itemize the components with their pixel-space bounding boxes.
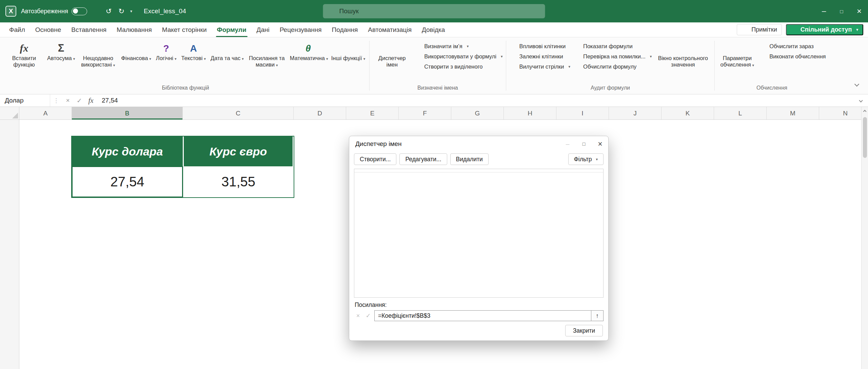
column-header-G[interactable]: G <box>451 107 504 119</box>
tab-formulas[interactable]: Формули <box>212 22 252 37</box>
watch-window-button[interactable]: Вікно контрольного значення <box>653 39 713 70</box>
column-header-J[interactable]: J <box>609 107 662 119</box>
calculate-sheet-icon <box>759 53 766 60</box>
scroll-up-icon[interactable] <box>863 110 867 113</box>
tab-home[interactable]: Основне <box>30 22 66 37</box>
cell-c2[interactable]: Курс євро <box>183 136 293 166</box>
tab-help[interactable]: Довідка <box>417 22 450 37</box>
column-header-B[interactable]: B <box>72 107 183 119</box>
share-button[interactable]: Спільний доступ ▾ <box>786 24 863 35</box>
trace-dependents-button[interactable]: Залежні клітинки <box>509 53 571 60</box>
dropdown-caret-icon: ▾ <box>650 54 652 59</box>
column-header-N[interactable]: N <box>819 107 861 119</box>
cancel-entry-button[interactable]: × <box>62 94 74 107</box>
refers-confirm-icon[interactable]: ✓ <box>364 312 372 319</box>
tab-review[interactable]: Рецензування <box>275 22 327 37</box>
confirm-entry-button[interactable]: ✓ <box>74 94 85 107</box>
formula-bar: Долар ⋮ × ✓ fx 27,54 <box>0 94 868 107</box>
math-trig-button[interactable]: θ Математична▾ <box>288 39 329 64</box>
recently-used-button[interactable]: Нещодавно використані▾ <box>77 39 119 70</box>
close-button[interactable]: × <box>850 0 868 22</box>
refers-to-field[interactable]: =Коефіцієнти!$B$3 ↑ <box>374 310 604 321</box>
tab-view[interactable]: Подання <box>327 22 363 37</box>
tab-page-layout[interactable]: Макет сторінки <box>157 22 212 37</box>
insert-function-fx-button[interactable]: fx <box>85 94 97 107</box>
tab-file[interactable]: Файл <box>4 22 30 37</box>
create-from-selection-button[interactable]: Створити з виділеного <box>414 63 502 70</box>
collapse-ribbon-button[interactable] <box>852 82 861 89</box>
tab-data[interactable]: Дані <box>252 22 275 37</box>
formula-input[interactable]: 27,54 <box>97 94 854 107</box>
define-name-button[interactable]: Визначити ім’я ▾ <box>414 43 502 50</box>
toggle-knob <box>73 8 78 14</box>
dialog-close-icon[interactable]: × <box>592 136 608 152</box>
name-manager-icon <box>386 41 398 53</box>
column-header-H[interactable]: H <box>504 107 556 119</box>
error-checking-button[interactable]: Перевірка на помилки... ▾ <box>573 53 652 60</box>
calculate-now-button[interactable]: Обчислити зараз <box>759 43 826 50</box>
logical-button[interactable]: ? Логічні▾ <box>154 39 179 64</box>
create-name-button[interactable]: Створити... <box>354 153 396 165</box>
create-from-selection-label: Створити з виділеного <box>424 63 482 70</box>
column-header-C[interactable]: C <box>183 107 294 119</box>
maximize-button[interactable]: □ <box>833 0 850 22</box>
excel-app-icon[interactable]: X <box>5 6 16 17</box>
dialog-maximize-button[interactable]: □ <box>576 136 592 152</box>
column-header-K[interactable]: K <box>662 107 714 119</box>
dialog-title-bar[interactable]: Диспетчер імен – □ × <box>349 136 608 152</box>
calculation-options-button[interactable]: Параметри обчислення▾ <box>716 39 758 70</box>
column-header-A[interactable]: A <box>19 107 72 119</box>
comments-button[interactable]: Примітки <box>737 24 782 35</box>
column-header-D[interactable]: D <box>294 107 346 119</box>
financial-button[interactable]: Фінансова▾ <box>119 39 154 64</box>
dialog-title: Диспетчер імен <box>349 140 402 148</box>
cell-b2[interactable]: Курс долара <box>72 136 183 166</box>
column-header-L[interactable]: L <box>714 107 767 119</box>
collapse-dialog-range-button[interactable]: ↑ <box>591 311 603 321</box>
trace-precedents-button[interactable]: Впливові клітинки <box>509 43 571 50</box>
autosum-button[interactable]: Σ Автосума▾ <box>45 39 77 64</box>
column-header-I[interactable]: I <box>556 107 609 119</box>
quick-access-caret-icon[interactable]: ▾ <box>130 9 132 14</box>
column-header-E[interactable]: E <box>346 107 399 119</box>
tab-insert[interactable]: Вставлення <box>66 22 112 37</box>
scrollbar-thumb[interactable] <box>863 117 867 158</box>
name-box-resize-handle[interactable]: ⋮ <box>50 94 62 107</box>
evaluate-formula-button[interactable]: Обчислити формулу <box>573 63 652 70</box>
trace-precedents-label: Впливові клітинки <box>519 43 566 50</box>
close-dialog-button[interactable]: Закрити <box>565 325 603 336</box>
use-in-formula-button[interactable]: Використовувати у формулі ▾ <box>414 53 502 60</box>
tab-automate[interactable]: Автоматизація <box>363 22 417 37</box>
redo-icon[interactable]: ↻ <box>117 7 125 15</box>
column-header-M[interactable]: M <box>767 107 819 119</box>
filter-button[interactable]: Фільтр ▾ <box>568 153 604 165</box>
column-header-F[interactable]: F <box>399 107 451 119</box>
lookup-reference-button[interactable]: Посилання та масиви▾ <box>246 39 288 70</box>
more-functions-button[interactable]: Інші функції▾ <box>329 39 368 64</box>
cell-b3-active[interactable]: 27,54 <box>72 166 183 197</box>
delete-name-button[interactable]: Видалити <box>450 153 489 165</box>
edit-name-button[interactable]: Редагувати... <box>399 153 447 165</box>
cell-c3[interactable]: 31,55 <box>183 166 294 197</box>
remove-arrows-button[interactable]: Вилучити стрілки ▾ <box>509 63 571 70</box>
vertical-scrollbar[interactable] <box>861 107 868 369</box>
tab-draw[interactable]: Малювання <box>112 22 157 37</box>
minimize-button[interactable]: – <box>815 0 833 22</box>
select-all-corner[interactable] <box>0 107 19 120</box>
autosave-toggle[interactable] <box>72 7 87 15</box>
autosave-control[interactable]: Автозбереження <box>21 7 87 15</box>
save-icon[interactable] <box>92 7 100 15</box>
show-formulas-button[interactable]: Показати формули <box>573 43 652 50</box>
insert-function-icon: fx <box>18 41 31 53</box>
text-functions-button[interactable]: A Текстові▾ <box>179 39 208 64</box>
search-box[interactable]: Пошук <box>323 4 545 18</box>
undo-icon[interactable]: ↺ <box>105 7 113 15</box>
refers-cancel-icon[interactable]: × <box>354 312 362 319</box>
insert-function-button[interactable]: fx Вставити функцію <box>3 39 45 70</box>
date-time-button[interactable]: Дата та час▾ <box>208 39 246 64</box>
formula-bar-expand-button[interactable] <box>854 94 868 107</box>
name-manager-button[interactable]: Диспетчер імен <box>371 39 413 70</box>
name-box[interactable]: Долар <box>0 94 50 107</box>
calculate-sheet-button[interactable]: Виконати обчислення <box>759 53 826 60</box>
define-name-icon <box>414 43 421 50</box>
